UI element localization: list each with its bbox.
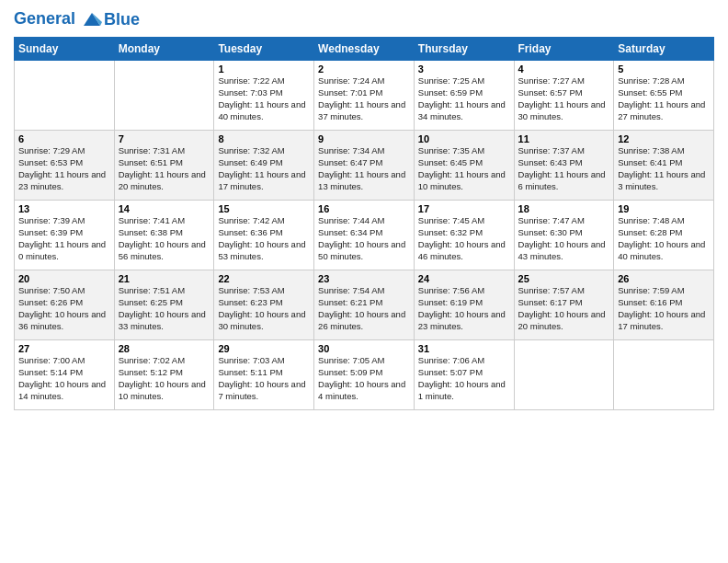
- day-info: Sunrise: 7:27 AM Sunset: 6:57 PM Dayligh…: [518, 75, 610, 122]
- day-info: Sunrise: 7:59 AM Sunset: 6:16 PM Dayligh…: [618, 285, 710, 332]
- day-info: Sunrise: 7:25 AM Sunset: 6:59 PM Dayligh…: [418, 75, 510, 122]
- day-cell: 26Sunrise: 7:59 AM Sunset: 6:16 PM Dayli…: [614, 270, 714, 340]
- day-info: Sunrise: 7:42 AM Sunset: 6:36 PM Dayligh…: [218, 215, 310, 262]
- day-info: Sunrise: 7:45 AM Sunset: 6:32 PM Dayligh…: [418, 215, 510, 262]
- day-number: 10: [418, 133, 510, 144]
- day-info: Sunrise: 7:32 AM Sunset: 6:49 PM Dayligh…: [218, 145, 310, 192]
- day-number: 23: [318, 273, 410, 284]
- day-cell: 15Sunrise: 7:42 AM Sunset: 6:36 PM Dayli…: [214, 201, 314, 270]
- day-cell: 7Sunrise: 7:31 AM Sunset: 6:51 PM Daylig…: [114, 131, 214, 201]
- day-number: 31: [418, 343, 510, 354]
- day-number: 17: [418, 203, 510, 214]
- day-number: 28: [119, 343, 210, 354]
- day-cell: 6Sunrise: 7:29 AM Sunset: 6:53 PM Daylig…: [15, 131, 115, 201]
- calendar-table: SundayMondayTuesdayWednesdayThursdayFrid…: [14, 37, 714, 410]
- day-info: Sunrise: 7:00 AM Sunset: 5:14 PM Dayligh…: [18, 355, 110, 402]
- week-row-2: 6Sunrise: 7:29 AM Sunset: 6:53 PM Daylig…: [15, 131, 714, 201]
- day-info: Sunrise: 7:50 AM Sunset: 6:26 PM Dayligh…: [18, 285, 110, 332]
- day-cell: 17Sunrise: 7:45 AM Sunset: 6:32 PM Dayli…: [414, 201, 514, 270]
- day-info: Sunrise: 7:39 AM Sunset: 6:39 PM Dayligh…: [18, 215, 110, 262]
- day-info: Sunrise: 7:24 AM Sunset: 7:01 PM Dayligh…: [318, 75, 410, 122]
- col-header-tuesday: Tuesday: [214, 38, 314, 61]
- day-number: 8: [218, 133, 310, 144]
- day-number: 16: [318, 203, 410, 214]
- day-info: Sunrise: 7:51 AM Sunset: 6:25 PM Dayligh…: [119, 285, 210, 332]
- day-number: 25: [518, 273, 610, 284]
- day-info: Sunrise: 7:22 AM Sunset: 7:03 PM Dayligh…: [218, 75, 310, 122]
- day-cell: 19Sunrise: 7:48 AM Sunset: 6:28 PM Dayli…: [614, 201, 714, 270]
- day-cell: 22Sunrise: 7:53 AM Sunset: 6:23 PM Dayli…: [214, 270, 314, 340]
- day-number: 15: [218, 203, 310, 214]
- day-number: 27: [18, 343, 110, 354]
- day-number: 9: [318, 133, 410, 144]
- col-header-thursday: Thursday: [414, 38, 514, 61]
- day-info: Sunrise: 7:06 AM Sunset: 5:07 PM Dayligh…: [418, 355, 510, 402]
- day-cell: 27Sunrise: 7:00 AM Sunset: 5:14 PM Dayli…: [15, 340, 115, 410]
- day-cell: 13Sunrise: 7:39 AM Sunset: 6:39 PM Dayli…: [15, 201, 115, 270]
- day-cell: 16Sunrise: 7:44 AM Sunset: 6:34 PM Dayli…: [314, 201, 415, 270]
- day-cell: 9Sunrise: 7:34 AM Sunset: 6:47 PM Daylig…: [314, 131, 415, 201]
- day-info: Sunrise: 7:53 AM Sunset: 6:23 PM Dayligh…: [218, 285, 310, 332]
- day-number: 2: [318, 63, 410, 75]
- day-info: Sunrise: 7:44 AM Sunset: 6:34 PM Dayligh…: [318, 215, 410, 262]
- day-info: Sunrise: 7:35 AM Sunset: 6:45 PM Dayligh…: [418, 145, 510, 192]
- day-cell: 5Sunrise: 7:28 AM Sunset: 6:55 PM Daylig…: [614, 61, 714, 131]
- day-cell: 12Sunrise: 7:38 AM Sunset: 6:41 PM Dayli…: [614, 131, 714, 201]
- week-row-4: 20Sunrise: 7:50 AM Sunset: 6:26 PM Dayli…: [15, 270, 714, 340]
- day-cell: 23Sunrise: 7:54 AM Sunset: 6:21 PM Dayli…: [314, 270, 415, 340]
- day-number: 1: [218, 63, 310, 75]
- day-info: Sunrise: 7:29 AM Sunset: 6:53 PM Dayligh…: [18, 145, 110, 192]
- day-number: 5: [618, 63, 710, 75]
- header-row: SundayMondayTuesdayWednesdayThursdayFrid…: [15, 38, 714, 61]
- day-number: 4: [518, 63, 610, 75]
- logo-blue: Blue: [104, 10, 140, 29]
- day-cell: 14Sunrise: 7:41 AM Sunset: 6:38 PM Dayli…: [114, 201, 214, 270]
- day-cell: 11Sunrise: 7:37 AM Sunset: 6:43 PM Dayli…: [514, 131, 614, 201]
- day-info: Sunrise: 7:28 AM Sunset: 6:55 PM Dayligh…: [618, 75, 710, 122]
- day-number: 24: [418, 273, 510, 284]
- day-cell: [614, 340, 714, 410]
- day-info: Sunrise: 7:57 AM Sunset: 6:17 PM Dayligh…: [518, 285, 610, 332]
- day-number: 29: [218, 343, 310, 354]
- day-cell: 1Sunrise: 7:22 AM Sunset: 7:03 PM Daylig…: [214, 61, 314, 131]
- day-info: Sunrise: 7:31 AM Sunset: 6:51 PM Dayligh…: [119, 145, 210, 192]
- col-header-saturday: Saturday: [614, 38, 714, 61]
- day-info: Sunrise: 7:54 AM Sunset: 6:21 PM Dayligh…: [318, 285, 410, 332]
- day-info: Sunrise: 7:41 AM Sunset: 6:38 PM Dayligh…: [119, 215, 210, 262]
- day-cell: 25Sunrise: 7:57 AM Sunset: 6:17 PM Dayli…: [514, 270, 614, 340]
- logo-icon: [82, 9, 102, 29]
- day-number: 13: [18, 203, 110, 214]
- day-info: Sunrise: 7:38 AM Sunset: 6:41 PM Dayligh…: [618, 145, 710, 192]
- day-info: Sunrise: 7:34 AM Sunset: 6:47 PM Dayligh…: [318, 145, 410, 192]
- day-cell: 10Sunrise: 7:35 AM Sunset: 6:45 PM Dayli…: [414, 131, 514, 201]
- col-header-friday: Friday: [514, 38, 614, 61]
- main-container: General Blue SundayMondayTuesdayWednesda…: [0, 0, 728, 419]
- col-header-wednesday: Wednesday: [314, 38, 415, 61]
- logo: General Blue: [14, 9, 140, 29]
- day-info: Sunrise: 7:02 AM Sunset: 5:12 PM Dayligh…: [119, 355, 210, 402]
- day-cell: 30Sunrise: 7:05 AM Sunset: 5:09 PM Dayli…: [314, 340, 415, 410]
- day-info: Sunrise: 7:48 AM Sunset: 6:28 PM Dayligh…: [618, 215, 710, 262]
- day-cell: [514, 340, 614, 410]
- day-cell: [114, 61, 214, 131]
- day-info: Sunrise: 7:03 AM Sunset: 5:11 PM Dayligh…: [218, 355, 310, 402]
- day-cell: 20Sunrise: 7:50 AM Sunset: 6:26 PM Dayli…: [15, 270, 115, 340]
- day-cell: [15, 61, 115, 131]
- day-cell: 29Sunrise: 7:03 AM Sunset: 5:11 PM Dayli…: [214, 340, 314, 410]
- day-number: 26: [618, 273, 710, 284]
- day-number: 6: [18, 133, 110, 144]
- day-number: 12: [618, 133, 710, 144]
- col-header-monday: Monday: [114, 38, 214, 61]
- day-number: 20: [18, 273, 110, 284]
- day-number: 19: [618, 203, 710, 214]
- day-number: 7: [119, 133, 210, 144]
- day-number: 14: [119, 203, 210, 214]
- day-number: 22: [218, 273, 310, 284]
- day-number: 18: [518, 203, 610, 214]
- day-cell: 31Sunrise: 7:06 AM Sunset: 5:07 PM Dayli…: [414, 340, 514, 410]
- logo-general: General: [14, 9, 75, 28]
- header: General Blue: [14, 9, 714, 29]
- day-info: Sunrise: 7:47 AM Sunset: 6:30 PM Dayligh…: [518, 215, 610, 262]
- day-cell: 18Sunrise: 7:47 AM Sunset: 6:30 PM Dayli…: [514, 201, 614, 270]
- day-cell: 21Sunrise: 7:51 AM Sunset: 6:25 PM Dayli…: [114, 270, 214, 340]
